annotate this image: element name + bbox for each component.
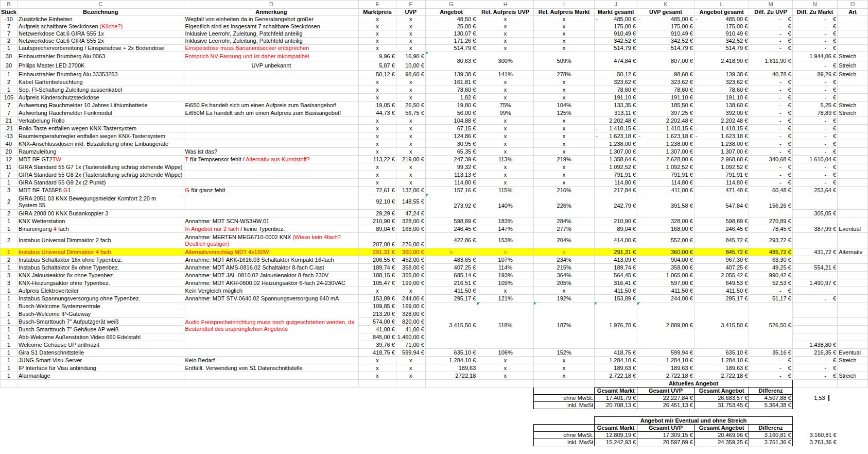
cell-K29[interactable]: 360,00 €: [637, 248, 695, 256]
cell-N22[interactable]: -€: [792, 179, 838, 187]
cell-C5[interactable]: Lautsprechervorbereitung / Einspeisdose …: [17, 45, 184, 52]
cell-O15[interactable]: [838, 125, 868, 132]
cell-J34[interactable]: 411,50 €: [595, 287, 637, 295]
cell-D13[interactable]: Ei650M Es handelt sich um einen Aufpreis…: [184, 109, 359, 117]
cell-E18[interactable]: x: [359, 148, 396, 156]
cell-N15[interactable]: -€: [792, 125, 838, 132]
cell-K21[interactable]: 791,91 €: [637, 171, 695, 179]
cell-K13[interactable]: 397,25 €: [637, 109, 695, 117]
cell-N16[interactable]: -€: [792, 132, 838, 140]
cell-N24[interactable]: [792, 194, 838, 210]
cell-B38[interactable]: 1: [1, 318, 18, 326]
cell-H4[interactable]: x: [477, 38, 534, 45]
cell-H29[interactable]: x: [477, 248, 534, 256]
col-header-M[interactable]: Diff. Zu UVP: [749, 9, 792, 16]
cell-G27[interactable]: 246,45 €: [425, 225, 477, 233]
summary-1-row0-value3[interactable]: 3.160,81 €: [749, 432, 792, 439]
cell-D12[interactable]: Ei650 Es handelt sich um einen Aufpreis …: [184, 102, 359, 109]
cell-M3[interactable]: -€: [749, 30, 792, 38]
summary-extra-head-1[interactable]: [792, 425, 838, 432]
cell-M16[interactable]: -€: [749, 132, 792, 140]
cell-M33[interactable]: 52,53 €: [749, 279, 792, 287]
cell-F34[interactable]: x: [396, 287, 425, 295]
summary-spacer[interactable]: [1, 432, 534, 439]
cell-G13[interactable]: 56,00 €: [425, 109, 477, 117]
cell-B13[interactable]: 7: [1, 109, 18, 117]
cell-E24[interactable]: 92,10 €: [359, 194, 396, 210]
col-header-K[interactable]: UVP gesamt: [637, 9, 695, 16]
cell-J20[interactable]: 1.092,52 €: [595, 163, 637, 171]
cell-C14[interactable]: Verkabelung Rollo: [17, 117, 184, 125]
cell-B20[interactable]: 11: [1, 163, 18, 171]
cell-G12[interactable]: 19,80 €: [425, 102, 477, 109]
cell-E14[interactable]: x: [359, 117, 396, 125]
cell-B40[interactable]: 1: [1, 333, 18, 341]
cell-M10[interactable]: -€: [749, 86, 792, 94]
cell-O21[interactable]: [838, 171, 868, 179]
summary-0-row0-extra[interactable]: 1,53: [792, 395, 838, 402]
cell-I18[interactable]: x: [533, 148, 594, 156]
cell-J15[interactable]: -1.410,15 €: [595, 125, 637, 132]
cell-E19[interactable]: 113,22 €: [359, 156, 396, 163]
cell-N37[interactable]: [792, 310, 838, 318]
summary-spacer[interactable]: [1, 402, 534, 409]
cell-B9[interactable]: 2: [1, 78, 18, 86]
cell-D29[interactable]: Alternativvorschlag MDT 4x150W: [184, 248, 359, 256]
summary-spacer[interactable]: [1, 425, 534, 432]
cell-I15[interactable]: x: [533, 125, 594, 132]
cell-O13[interactable]: Streich: [838, 109, 868, 117]
cell-F27[interactable]: 168,00 €: [396, 225, 425, 233]
cell-N42[interactable]: 216,35 €: [792, 349, 838, 357]
cell-C17[interactable]: KNX-Anschlussdosen inkl. Buszuleitung oh…: [17, 140, 184, 148]
cell-D2[interactable]: Eigentlich sind es insgesamt 7 schaltbar…: [184, 23, 359, 30]
cell-F3[interactable]: x: [396, 30, 425, 38]
cell-E22[interactable]: x: [359, 179, 396, 187]
cell-O18[interactable]: [838, 148, 868, 156]
cell-L29[interactable]: 845,72 €: [694, 248, 749, 256]
col-header-E[interactable]: Marktpreis: [359, 9, 396, 16]
cell-J32[interactable]: 564,45 €: [595, 272, 637, 279]
cell-O40[interactable]: [838, 333, 868, 341]
col-letter-N[interactable]: N: [792, 1, 838, 9]
cell-E3[interactable]: x: [359, 30, 396, 38]
cell-J1[interactable]: -485,00 €: [595, 16, 637, 23]
cell-O38[interactable]: [838, 318, 868, 326]
cell-K20[interactable]: 1.092,52 €: [637, 163, 695, 171]
cell-I24[interactable]: 226%: [533, 194, 594, 217]
cell-J44[interactable]: 189,63 €: [595, 364, 637, 372]
col-header-G[interactable]: Angebot: [425, 9, 477, 16]
cell-C29[interactable]: Instabus Universal Dimmaktor 4 fach: [17, 248, 184, 256]
cell-H13[interactable]: 99%: [477, 109, 534, 117]
cell-G11[interactable]: 1,82 €: [425, 94, 477, 102]
cell-B22[interactable]: 1: [1, 179, 18, 187]
cell-O17[interactable]: [838, 140, 868, 148]
cell-J33[interactable]: 316,41 €: [595, 279, 637, 287]
cell-I5[interactable]: x: [533, 45, 594, 52]
cell-F18[interactable]: x: [396, 148, 425, 156]
cell-H24[interactable]: 140%: [477, 194, 534, 217]
cell-D45[interactable]: [184, 372, 359, 380]
cell-O44[interactable]: [838, 364, 868, 372]
cell-H44[interactable]: x: [477, 364, 534, 372]
cell-N35[interactable]: -€: [792, 295, 838, 302]
cell-G44[interactable]: 189,63: [425, 364, 477, 372]
summary-title-0[interactable]: Aktuelles Angebot: [595, 380, 792, 388]
summary-1-row1-label[interactable]: inkl. MwSt: [533, 439, 594, 446]
cell-F13[interactable]: 56,75 €: [396, 109, 425, 117]
cell-F31[interactable]: 358,00 €: [396, 264, 425, 272]
cell-I-t0[interactable]: [533, 380, 594, 388]
cell-M26[interactable]: 270,89 €: [749, 217, 792, 225]
cell-L1[interactable]: -485,00 €: [694, 16, 749, 23]
col-header-L[interactable]: Angebot gesamt: [694, 9, 749, 16]
cell-O20[interactable]: [838, 163, 868, 171]
cell-F37[interactable]: 328,00 €: [396, 310, 425, 318]
cell-J30[interactable]: 413,09 €: [595, 256, 637, 264]
cell-M9[interactable]: -€: [749, 78, 792, 86]
cell-O23[interactable]: [838, 187, 868, 194]
cell-M32[interactable]: 990,42 €: [749, 272, 792, 279]
summary-label-head-0[interactable]: [533, 388, 594, 395]
cell-B39[interactable]: 1: [1, 326, 18, 333]
cell-L22[interactable]: 114,80 €: [694, 179, 749, 187]
cell-B35[interactable]: 1: [1, 295, 18, 302]
cell-I1[interactable]: x: [533, 16, 594, 23]
